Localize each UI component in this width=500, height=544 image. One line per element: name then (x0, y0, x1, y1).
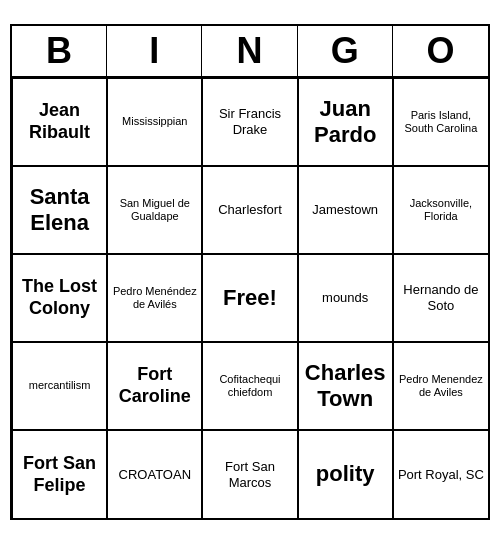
bingo-cell-16: Fort Caroline (107, 342, 202, 430)
bingo-cell-11: Pedro Menéndez de Avilés (107, 254, 202, 342)
bingo-cell-22: Fort San Marcos (202, 430, 297, 518)
bingo-cell-24: Port Royal, SC (393, 430, 488, 518)
bingo-cell-17: Cofitachequi chiefdom (202, 342, 297, 430)
bingo-cell-6: San Miguel de Gualdape (107, 166, 202, 254)
bingo-cell-23: polity (298, 430, 393, 518)
bingo-cell-14: Hernando de Soto (393, 254, 488, 342)
bingo-cell-8: Jamestown (298, 166, 393, 254)
bingo-card: BINGO Jean RibaultMississippianSir Franc… (10, 24, 490, 520)
header-letter-b: B (12, 26, 107, 76)
bingo-cell-10: The Lost Colony (12, 254, 107, 342)
bingo-cell-21: CROATOAN (107, 430, 202, 518)
bingo-cell-3: Juan Pardo (298, 78, 393, 166)
bingo-cell-1: Mississippian (107, 78, 202, 166)
bingo-cell-2: Sir Francis Drake (202, 78, 297, 166)
bingo-cell-0: Jean Ribault (12, 78, 107, 166)
bingo-cell-13: mounds (298, 254, 393, 342)
bingo-header: BINGO (12, 26, 488, 78)
header-letter-g: G (298, 26, 393, 76)
bingo-cell-18: Charles Town (298, 342, 393, 430)
bingo-cell-7: Charlesfort (202, 166, 297, 254)
bingo-cell-9: Jacksonville, Florida (393, 166, 488, 254)
bingo-cell-4: Paris Island, South Carolina (393, 78, 488, 166)
header-letter-n: N (202, 26, 297, 76)
bingo-cell-5: Santa Elena (12, 166, 107, 254)
header-letter-o: O (393, 26, 488, 76)
bingo-grid: Jean RibaultMississippianSir Francis Dra… (12, 78, 488, 518)
bingo-cell-15: mercantilism (12, 342, 107, 430)
bingo-cell-20: Fort San Felipe (12, 430, 107, 518)
header-letter-i: I (107, 26, 202, 76)
bingo-cell-19: Pedro Menendez de Aviles (393, 342, 488, 430)
bingo-cell-12: Free! (202, 254, 297, 342)
